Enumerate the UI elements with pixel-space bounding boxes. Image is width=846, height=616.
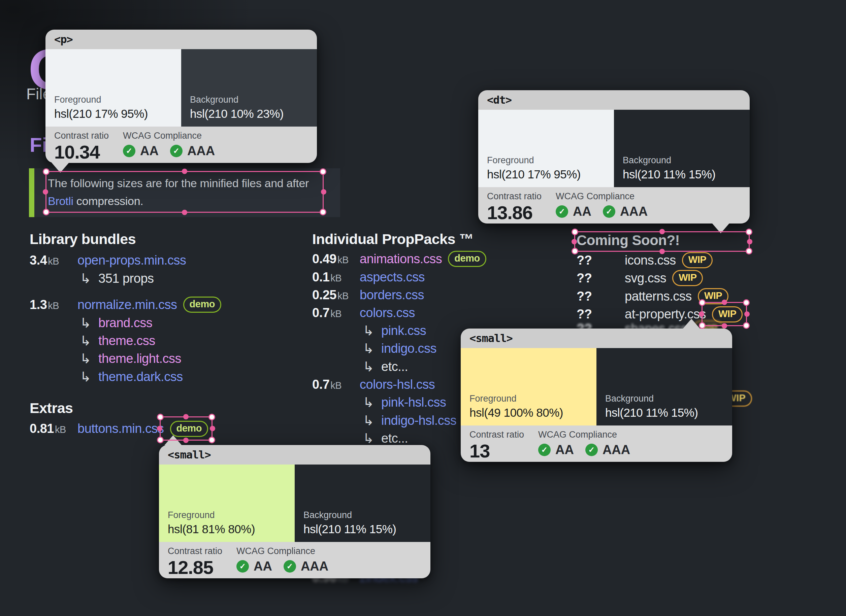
unknown-size: ?? <box>577 307 625 321</box>
list-item: ↳ theme.dark.css <box>80 369 183 384</box>
selection-handle[interactable] <box>722 323 727 329</box>
selection-handle[interactable] <box>320 209 326 216</box>
badge-wrap: demo <box>164 420 208 437</box>
return-arrow-icon: ↳ <box>363 341 374 356</box>
aaa-grade: AAA <box>620 204 648 219</box>
selection-handle[interactable] <box>722 299 727 305</box>
selection-handle[interactable] <box>182 169 187 174</box>
selection-handle[interactable] <box>571 239 577 244</box>
return-arrow-icon: ↳ <box>363 431 374 446</box>
background-value: hsl(210 10% 23%) <box>190 107 283 120</box>
normalize-link[interactable]: normalize.min.css <box>78 298 177 312</box>
size-unit: kB <box>55 424 66 435</box>
table-row: 0.81kB buttons.min.css demo <box>29 421 208 436</box>
table-row: 3.4kB open-props.min.css <box>29 252 186 268</box>
selection-handle[interactable] <box>699 322 706 329</box>
return-arrow-icon: ↳ <box>80 369 91 384</box>
selection-handle[interactable] <box>43 168 50 175</box>
check-icon: ✓ <box>556 205 568 218</box>
colors-hsl-link[interactable]: colors-hsl.css <box>360 377 435 392</box>
list-item: ↳ 351 props <box>80 271 154 286</box>
selection-handle[interactable] <box>157 437 164 443</box>
selection-handle[interactable] <box>571 248 578 254</box>
list-item: ↳ theme.light.css <box>80 351 181 366</box>
background-swatch: Background hsl(210 11% 15%) <box>596 348 732 425</box>
theme-dark-css-link[interactable]: theme.dark.css <box>98 370 183 384</box>
return-arrow-icon: ↳ <box>363 323 374 338</box>
theme-light-css-link[interactable]: theme.light.css <box>98 351 181 366</box>
selection-handle[interactable] <box>571 229 578 235</box>
contrast-ratio-label: Contrast ratio <box>168 546 236 556</box>
element-tag: <small> <box>168 448 211 461</box>
badge-wrap: WIP <box>706 306 743 323</box>
selection-handle[interactable] <box>743 322 750 329</box>
indigo-hsl-css-link[interactable]: indigo-hsl.css <box>381 414 456 428</box>
list-item: ↳ pink.css <box>363 323 426 338</box>
open-props-link[interactable]: open-props.min.css <box>78 253 186 268</box>
selection-handle[interactable] <box>183 414 189 419</box>
contrast-ratio-label: Contrast ratio <box>470 430 538 440</box>
return-arrow-icon: ↳ <box>80 333 91 348</box>
selection-handle[interactable] <box>209 437 215 443</box>
selection-handle[interactable] <box>699 311 704 317</box>
table-row: 0.7kB colors-hsl.css <box>312 377 435 392</box>
pink-hsl-css-link[interactable]: pink-hsl.css <box>381 395 446 410</box>
pink-css-link[interactable]: pink.css <box>381 324 426 338</box>
tooltip-header: <dt> <box>478 90 750 110</box>
list-item: ↳ theme.css <box>80 333 155 348</box>
selection-handle[interactable] <box>699 299 706 306</box>
selection-handle[interactable] <box>157 414 164 421</box>
indigo-css-link[interactable]: indigo.css <box>381 341 436 356</box>
selection-handle[interactable] <box>743 299 750 306</box>
size-value: 0.49 <box>312 252 336 266</box>
selection-handle[interactable] <box>321 189 326 195</box>
size-value: 0.81 <box>29 421 54 436</box>
background-swatch: Background hsl(210 11% 15%) <box>295 465 430 542</box>
foreground-swatch: Foreground hsl(81 81% 80%) <box>159 465 295 542</box>
selection-handle[interactable] <box>209 414 215 421</box>
page-canvas: O File Fi The following sizes are for th… <box>0 0 846 616</box>
selection-handle[interactable] <box>747 239 752 244</box>
selection-handle[interactable] <box>183 438 189 443</box>
contrast-ratio-value: 13.86 <box>487 202 556 223</box>
animations-link[interactable]: animations.css <box>360 252 442 266</box>
aa-grade: AA <box>140 144 159 158</box>
selection-handle[interactable] <box>744 311 750 317</box>
selection-handle[interactable] <box>746 229 752 235</box>
return-arrow-icon: ↳ <box>363 413 374 428</box>
list-item: ↳ indigo.css <box>363 341 436 356</box>
table-row: 0.25kB borders.css <box>312 287 424 303</box>
brand-css-link[interactable]: brand.css <box>98 316 152 330</box>
borders-link[interactable]: borders.css <box>360 288 424 302</box>
buttons-link[interactable]: buttons.min.css <box>78 421 164 436</box>
selection-handle[interactable] <box>157 426 162 431</box>
color-swatches: Foreground hsl(81 81% 80%) Background hs… <box>159 465 430 542</box>
background-label: Background <box>190 95 238 105</box>
demo-badge[interactable]: demo <box>183 296 221 313</box>
wcag-block: WCAG Compliance ✓AA ✓AAA <box>538 425 637 462</box>
selection-handle[interactable] <box>746 248 752 254</box>
wip-badge: WIP <box>682 252 712 268</box>
tooltip-footer: Contrast ratio 12.85 WCAG Compliance ✓AA… <box>159 542 430 578</box>
selection-handle[interactable] <box>659 249 665 254</box>
file-size: 0.7kB <box>312 306 360 320</box>
tooltip-arrow-icon <box>683 319 700 329</box>
color-swatches: Foreground hsl(210 17% 95%) Background h… <box>46 49 317 126</box>
theme-css-link[interactable]: theme.css <box>98 334 155 348</box>
unknown-size: ?? <box>577 271 625 286</box>
return-arrow-icon: ↳ <box>80 315 91 330</box>
aaa-grade: AAA <box>602 443 630 457</box>
selection-handle[interactable] <box>320 168 326 175</box>
contrast-tooltip-small-yellow: <small> Foreground hsl(49 100% 80%) Back… <box>461 329 732 462</box>
selection-handle[interactable] <box>659 229 665 234</box>
background-label: Background <box>623 155 671 166</box>
selection-handle[interactable] <box>182 210 187 215</box>
selection-handle[interactable] <box>210 426 215 431</box>
contrast-tooltip-small-green: <small> Foreground hsl(81 81% 80%) Backg… <box>159 445 430 578</box>
wcag-label: WCAG Compliance <box>538 430 637 440</box>
selection-handle[interactable] <box>43 209 50 216</box>
selection-handle[interactable] <box>43 189 48 195</box>
demo-badge[interactable]: demo <box>448 251 486 267</box>
aspects-link[interactable]: aspects.css <box>360 270 425 285</box>
colors-link[interactable]: colors.css <box>360 306 415 320</box>
